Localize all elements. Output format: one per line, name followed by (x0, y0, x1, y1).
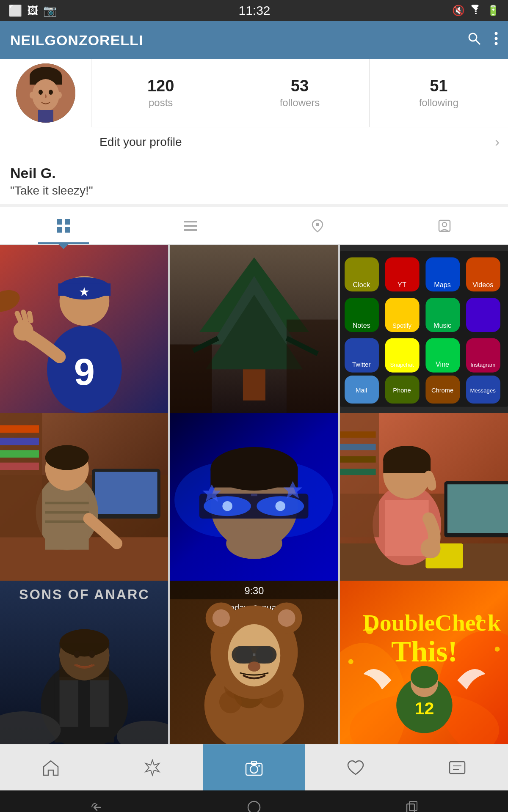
svg-rect-93 (0, 425, 39, 433)
photo-cell-1[interactable]: 9 ★ (0, 245, 168, 413)
svg-text:DoubleChec: DoubleChec (362, 609, 486, 636)
svg-point-13 (57, 92, 62, 99)
svg-rect-15 (57, 219, 62, 225)
svg-text:Chrome: Chrome (431, 387, 453, 394)
android-recent-button[interactable] (399, 799, 425, 812)
svg-rect-108 (211, 469, 298, 487)
svg-text:9: 9 (74, 351, 95, 393)
photo-cell-2[interactable] (170, 245, 338, 413)
user-info: Neil G. "Take it sleezy!" (0, 156, 508, 204)
battery-icon: 🔋 (487, 5, 500, 16)
svg-rect-84 (95, 472, 157, 514)
svg-text:Clock: Clock (353, 281, 370, 288)
image-icon: 🖼 (27, 4, 38, 17)
svg-rect-17 (57, 227, 62, 233)
svg-point-158 (256, 646, 273, 664)
photo-cell-8[interactable]: 9:30 Monday, January 6 (170, 581, 338, 744)
followers-count: 53 (291, 77, 309, 95)
more-options-button[interactable] (494, 31, 498, 50)
nav-home[interactable] (0, 744, 102, 790)
svg-rect-185 (409, 801, 417, 811)
svg-rect-114 (447, 484, 508, 533)
svg-point-1 (469, 33, 477, 41)
following-label: following (419, 97, 458, 109)
posts-count: 120 (147, 77, 174, 95)
svg-point-183 (248, 801, 260, 812)
svg-point-173 (475, 615, 482, 621)
svg-point-121 (420, 538, 440, 558)
svg-point-154 (278, 609, 295, 627)
svg-text:★: ★ (79, 285, 90, 299)
tab-list[interactable] (127, 207, 254, 244)
android-home-button[interactable] (241, 799, 267, 812)
profile-top: 120 posts 53 followers 51 following (0, 59, 508, 127)
svg-point-104 (223, 501, 233, 511)
svg-point-172 (366, 627, 373, 634)
svg-rect-124 (340, 444, 376, 450)
svg-rect-43 (170, 344, 212, 413)
following-stat[interactable]: 51 following (370, 59, 508, 127)
svg-point-22 (316, 223, 319, 226)
status-time: 11:32 (57, 3, 452, 18)
svg-point-0 (475, 13, 477, 14)
svg-line-37 (30, 313, 31, 321)
svg-rect-180 (450, 762, 465, 774)
posts-label: posts (149, 97, 173, 109)
user-bio: "Take it sleezy!" (10, 184, 498, 198)
svg-point-33 (14, 321, 33, 341)
svg-rect-131 (60, 677, 78, 727)
avatar-container (0, 59, 91, 127)
svg-text:This!: This! (391, 635, 458, 668)
svg-rect-125 (340, 456, 376, 463)
svg-text:Messages: Messages (470, 387, 496, 394)
nav-explore[interactable] (102, 744, 203, 790)
photo-cell-5[interactable] (170, 413, 338, 581)
svg-text:Videos: Videos (472, 281, 493, 288)
tab-grid[interactable] (0, 207, 127, 244)
edit-profile-row[interactable]: Edit your profile › (91, 127, 508, 156)
svg-line-35 (17, 313, 21, 322)
svg-rect-96 (0, 463, 39, 470)
svg-rect-94 (0, 438, 39, 445)
photo-cell-6[interactable] (340, 413, 508, 581)
status-bar: ⬜ 🖼 📷 11:32 🔇 🔋 (0, 0, 508, 21)
svg-point-174 (348, 659, 353, 664)
tab-location[interactable] (254, 207, 381, 244)
svg-text:Music: Music (433, 321, 451, 329)
svg-text:Twitter: Twitter (352, 361, 370, 368)
followers-stat[interactable]: 53 followers (230, 59, 369, 127)
posts-stat[interactable]: 120 posts (91, 59, 230, 127)
photo-grid-container: 9 ★ (0, 245, 508, 744)
photo-cell-7[interactable]: SONS OF ANARC (0, 581, 168, 744)
nav-news[interactable] (406, 744, 508, 790)
svg-point-24 (442, 222, 447, 227)
tab-tagged[interactable] (381, 207, 508, 244)
svg-point-91 (45, 445, 89, 470)
svg-point-11 (49, 90, 53, 95)
nav-camera[interactable] (203, 744, 305, 790)
svg-text:Phone: Phone (393, 387, 411, 394)
stats-row: 120 posts 53 followers 51 following (91, 59, 508, 127)
svg-rect-119 (383, 459, 431, 473)
svg-rect-14 (38, 110, 53, 123)
app-bar-title: NEILGONZORELLI (10, 32, 467, 49)
photo-cell-3[interactable]: Clock YT Maps Videos Notes Spotify Music… (340, 245, 508, 413)
svg-text:Instagram: Instagram (470, 362, 495, 368)
status-right-icons: 🔇 🔋 (452, 5, 500, 16)
svg-point-12 (30, 92, 35, 99)
sim-icon: ⬜ (8, 4, 22, 17)
svg-rect-95 (0, 450, 39, 458)
android-back-button[interactable] (83, 799, 109, 812)
user-name: Neil G. (10, 165, 498, 181)
avatar-face (16, 63, 75, 123)
search-button[interactable] (467, 31, 482, 50)
svg-point-10 (39, 90, 43, 95)
view-tabs (0, 207, 508, 245)
photo-cell-9[interactable]: DoubleChec k This! 12 (340, 581, 508, 744)
svg-rect-135 (60, 643, 110, 680)
followers-label: followers (280, 97, 320, 109)
svg-point-136 (74, 650, 80, 658)
nav-activity[interactable] (305, 744, 406, 790)
photo-cell-4[interactable] (0, 413, 168, 581)
chevron-right-icon: › (495, 134, 500, 150)
